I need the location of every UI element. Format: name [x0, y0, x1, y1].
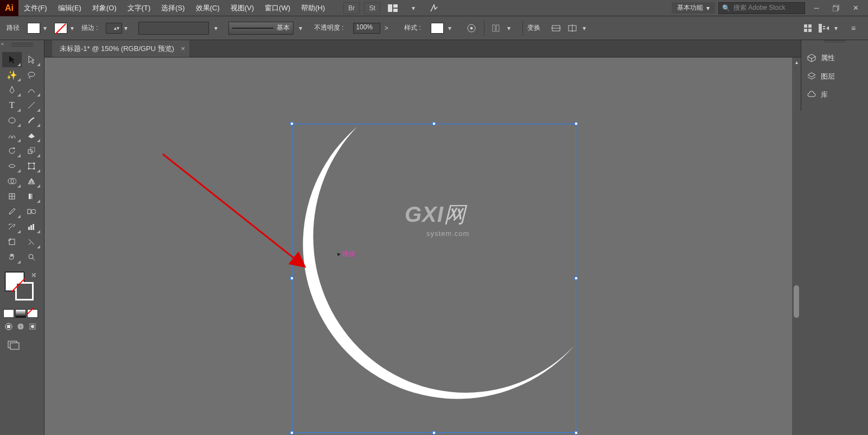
align-button-icon[interactable]	[490, 22, 504, 34]
menu-type[interactable]: 文字(T)	[122, 0, 156, 16]
panel-menu-icon[interactable]: ≡	[846, 22, 860, 34]
screen-mode-icon[interactable]	[7, 340, 37, 353]
artboard-tool-icon[interactable]	[2, 234, 22, 250]
gpu-icon[interactable]	[426, 2, 442, 14]
canvas-area[interactable]: ▸ 路径 GXI网 system.com ▴	[44, 57, 801, 435]
mesh-tool-icon[interactable]	[2, 189, 22, 204]
toolbox-stroke-swatch[interactable]	[15, 282, 34, 300]
scale-tool-icon[interactable]	[22, 143, 41, 158]
stroke-weight-input[interactable]: ▴▾	[106, 23, 122, 34]
opacity-input[interactable]: 100%	[353, 23, 380, 34]
fill-stroke-swatches[interactable]: ⤭	[2, 270, 42, 303]
shape-width-icon[interactable]	[549, 22, 563, 34]
perspective-grid-tool-icon[interactable]	[22, 174, 41, 189]
color-mode-solid[interactable]	[3, 309, 14, 318]
window-restore-icon[interactable]	[828, 2, 844, 14]
opacity-dropdown-icon[interactable]: >	[382, 23, 390, 34]
menu-window[interactable]: 窗口(W)	[259, 0, 296, 16]
menu-object[interactable]: 对象(O)	[87, 0, 122, 16]
profile-dropdown-icon[interactable]: ▾	[212, 23, 220, 34]
free-transform-tool-icon[interactable]	[22, 158, 41, 174]
stock-icon[interactable]: St	[364, 2, 380, 14]
stepper-icon[interactable]: ▴▾	[114, 25, 119, 31]
arrange-drop-icon[interactable]: ▾	[405, 2, 422, 14]
window-close-icon[interactable]: ✕	[847, 2, 864, 14]
lasso-tool-icon[interactable]	[22, 67, 41, 82]
curvature-tool-icon[interactable]	[22, 82, 41, 98]
menu-effect[interactable]: 效果(C)	[190, 0, 225, 16]
recolor-artwork-icon[interactable]	[464, 22, 478, 34]
resize-handle-tm[interactable]	[432, 122, 436, 125]
panel-libraries[interactable]: 库	[801, 86, 868, 104]
style-dropdown-icon[interactable]: ▾	[446, 23, 454, 34]
brush-dropdown-icon[interactable]: ▾	[297, 23, 304, 34]
transform-dropdown-icon[interactable]: ▾	[580, 23, 588, 34]
symbol-sprayer-tool-icon[interactable]	[2, 219, 22, 234]
fill-dropdown-icon[interactable]: ▾	[41, 23, 49, 34]
rotate-tool-icon[interactable]	[2, 143, 22, 158]
edit-mode-icon[interactable]	[817, 22, 831, 34]
gradient-tool-icon[interactable]	[22, 189, 41, 204]
close-tab-icon[interactable]: ×	[181, 44, 186, 53]
resize-handle-mr[interactable]	[575, 277, 578, 280]
isolate-mode-icon[interactable]	[801, 22, 815, 34]
resize-handle-bm[interactable]	[432, 431, 436, 434]
line-tool-icon[interactable]	[22, 98, 41, 113]
resize-handle-bl[interactable]	[290, 431, 293, 434]
magic-wand-tool-icon[interactable]: ✨	[2, 67, 22, 82]
type-tool-icon[interactable]: T	[2, 98, 22, 113]
column-graph-tool-icon[interactable]	[22, 219, 41, 234]
workspace-switcher[interactable]: 基本功能 ▾	[672, 2, 715, 14]
collapse-icon[interactable]: «	[1, 41, 7, 47]
edit-mode-dropdown-icon[interactable]: ▾	[832, 23, 840, 34]
ellipse-tool-icon[interactable]	[2, 113, 22, 128]
vertical-scrollbar[interactable]: ▴	[792, 57, 801, 435]
resize-handle-tr[interactable]	[575, 122, 578, 125]
panel-properties[interactable]: 属性	[801, 49, 868, 67]
color-mode-none[interactable]	[27, 309, 38, 318]
scroll-up-icon[interactable]: ▴	[795, 57, 798, 66]
draw-inside-icon[interactable]	[28, 322, 37, 332]
style-swatch[interactable]	[431, 23, 444, 34]
blend-tool-icon[interactable]	[22, 204, 41, 219]
stroke-dropdown-icon[interactable]: ▾	[68, 23, 76, 34]
shaper-tool-icon[interactable]	[2, 128, 22, 143]
width-tool-icon[interactable]	[2, 158, 22, 174]
stroke-weight-dropdown-icon[interactable]: ▾	[122, 23, 130, 34]
swap-fill-stroke-icon[interactable]: ⤭	[31, 271, 36, 279]
search-stock-input[interactable]: 🔍 搜索 Adobe Stock	[718, 2, 805, 14]
selection-bounding-box[interactable]	[292, 124, 576, 433]
menu-select[interactable]: 选择(S)	[156, 0, 190, 16]
resize-handle-ml[interactable]	[290, 277, 293, 280]
menu-view[interactable]: 视图(V)	[225, 0, 259, 16]
align-dropdown-icon[interactable]: ▾	[505, 23, 513, 34]
resize-handle-br[interactable]	[575, 431, 578, 434]
color-mode-gradient[interactable]	[15, 309, 26, 318]
bridge-icon[interactable]: Br	[343, 2, 360, 14]
panel-layers[interactable]: 图层	[801, 67, 868, 86]
paintbrush-tool-icon[interactable]	[22, 113, 41, 128]
eraser-tool-icon[interactable]	[22, 128, 41, 143]
selection-tool-icon[interactable]	[2, 52, 22, 67]
window-min-icon[interactable]: ─	[808, 2, 825, 14]
scrollbar-thumb[interactable]	[794, 285, 799, 318]
document-tab[interactable]: 未标题-1* @ 150% (RGB/GPU 预览) ×	[52, 40, 189, 57]
menu-help[interactable]: 帮助(H)	[296, 0, 330, 16]
shape-builder-tool-icon[interactable]	[2, 174, 22, 189]
slice-tool-icon[interactable]	[22, 234, 41, 250]
eyedropper-tool-icon[interactable]	[2, 204, 22, 219]
draw-normal-icon[interactable]	[4, 322, 13, 332]
toolbox-grip[interactable]: «	[0, 40, 44, 50]
pen-tool-icon[interactable]	[2, 82, 22, 98]
hand-tool-icon[interactable]	[2, 250, 22, 265]
menu-file[interactable]: 文件(F)	[18, 0, 53, 16]
brush-definition[interactable]: 基本	[228, 22, 293, 35]
zoom-tool-icon[interactable]	[22, 250, 41, 265]
var-width-profile[interactable]	[138, 22, 209, 35]
arrange-docs-icon[interactable]	[385, 2, 401, 14]
panel-grip[interactable]	[801, 40, 868, 49]
shape-height-icon[interactable]	[565, 22, 579, 34]
menu-edit[interactable]: 编辑(E)	[53, 0, 87, 16]
draw-behind-icon[interactable]	[16, 322, 25, 332]
stroke-swatch[interactable]	[54, 23, 67, 34]
